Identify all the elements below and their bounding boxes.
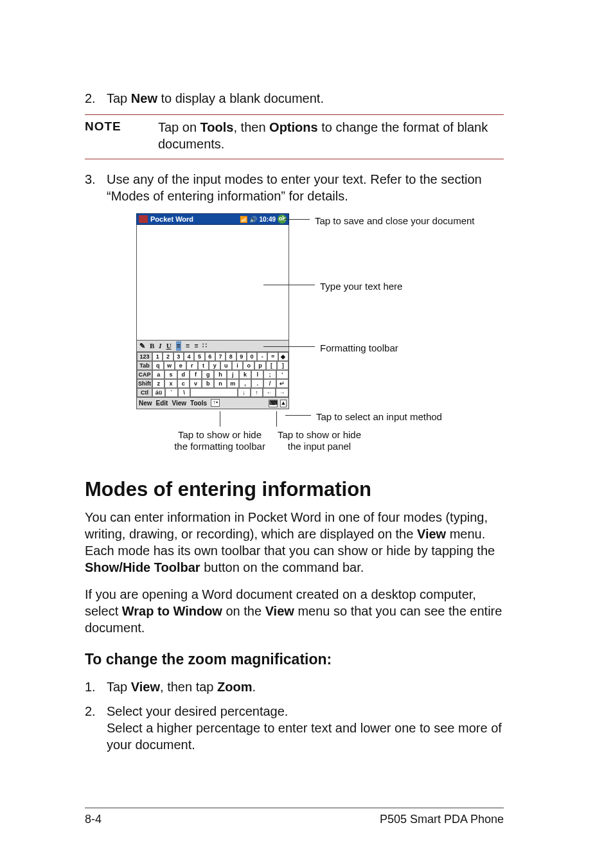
keyboard-key[interactable]: h [214,370,226,379]
soft-keyboard[interactable]: 1231234567890-=◆ Tabqwertyuiop[] CAPasdf… [136,352,289,398]
keyboard-key[interactable]: e [175,361,186,370]
zoom-step-2-body: Select your desired percentage. Select a… [107,703,504,753]
keyboard-key[interactable]: ' [276,370,289,379]
keyboard-key[interactable]: z [152,379,164,388]
keyboard-key[interactable]: i [232,361,244,370]
keyboard-key[interactable]: ] [277,361,289,370]
menu-edit[interactable]: Edit [156,399,168,407]
menu-view[interactable]: View [172,399,186,407]
callout-toggle-panel-l1: Tap to show or hide [271,429,368,441]
callout-fmt: Formatting toolbar [320,342,398,355]
keyboard-key[interactable]: ↓ [238,388,251,397]
align-left-button[interactable]: ≡ [176,341,181,350]
bold-button[interactable]: B [150,341,154,350]
keyboard-key[interactable]: 7 [215,352,226,361]
keyboard-key[interactable]: 1 [152,352,163,361]
z1-t2: , then tap [160,680,217,694]
keyboard-key[interactable]: Ctl [137,388,152,397]
keyboard-key[interactable]: Tab [137,361,152,370]
keyboard-key[interactable]: 9 [236,352,247,361]
keyboard-key[interactable]: d [177,370,190,379]
keyboard-key[interactable]: p [254,361,266,370]
toggle-toolbar-button[interactable]: ↑▪ [211,399,220,407]
note-box: NOTE Tap on Tools, then Options to chang… [85,114,504,159]
keyboard-key[interactable]: 5 [194,352,204,361]
keyboard-key[interactable]: \ [178,388,191,397]
italic-button[interactable]: I [159,341,161,350]
callout-input-method: Tap to select an input method [316,411,442,423]
p1-b2-showhide: Show/Hide Toolbar [85,560,200,574]
keyboard-key[interactable]: 6 [205,352,215,361]
heading-modes: Modes of entering information [85,477,504,502]
p2-b2-view: View [265,604,294,618]
command-bar: New Edit View Tools ↑▪ ⌨ ▲ [136,398,289,409]
keyboard-key[interactable] [190,388,237,397]
document-canvas[interactable] [136,225,289,341]
keyboard-key[interactable]: 0 [247,352,257,361]
callout-toggle-fmt-l1: Tap to show or hide [162,429,278,441]
keyboard-key[interactable]: / [263,379,276,388]
keyboard-key[interactable]: , [239,379,251,388]
keyboard-key[interactable]: a [152,370,164,379]
step-2-text: Tap New to display a blank document. [107,90,504,107]
callout-save: Tap to save and close your document [315,215,474,227]
keyboard-key[interactable]: 2 [163,352,173,361]
menu-new[interactable]: New [139,399,152,407]
start-icon [139,215,148,223]
pen-format-icon[interactable]: ✎ [139,341,145,350]
input-panel-button[interactable]: ⌨ [269,400,278,407]
keyboard-key[interactable]: g [202,370,214,379]
device-screenshot: Pocket Word 📶 🔊 10:49 ok ✎ B I U ≡ ≡ ≡ ∷ [136,213,289,409]
keyboard-key[interactable]: f [190,370,202,379]
keyboard-key[interactable]: u [220,361,232,370]
callout-type: Type your text here [320,280,402,293]
keyboard-key[interactable]: ◆ [278,352,289,361]
keyboard-key[interactable]: → [276,388,289,397]
keyboard-key[interactable]: y [209,361,220,370]
keyboard-key[interactable]: 4 [184,352,194,361]
bullets-button[interactable]: ∷ [202,341,207,350]
p2-b1-wrap: Wrap to Window [122,604,222,618]
align-center-button[interactable]: ≡ [186,341,190,350]
z1-t1: Tap [107,680,131,694]
keyboard-key[interactable]: ↑ [251,388,263,397]
keyboard-key[interactable]: ` [165,388,178,397]
menu-tools[interactable]: Tools [190,399,207,407]
keyboard-key[interactable]: ; [263,370,276,379]
note-b1-tools: Tools [200,120,234,134]
underline-button[interactable]: U [166,341,172,350]
note-t1: Tap on [158,120,200,134]
keyboard-key[interactable]: r [186,361,198,370]
keyboard-key[interactable]: 123 [137,352,152,361]
keyboard-key[interactable]: . [251,379,263,388]
keyboard-key[interactable]: = [267,352,278,361]
keyboard-key[interactable]: m [227,379,239,388]
keyboard-key[interactable]: ← [263,388,276,397]
keyboard-key[interactable]: 3 [173,352,184,361]
step-2: 2. Tap New to display a blank document. [85,90,504,107]
keyboard-key[interactable]: áü [152,388,165,397]
figure-pocket-word: Pocket Word 📶 🔊 10:49 ok ✎ B I U ≡ ≡ ≡ ∷ [136,213,483,457]
keyboard-key[interactable]: s [164,370,177,379]
align-right-button[interactable]: ≡ [194,341,198,350]
input-method-selector[interactable]: ▲ [280,400,287,407]
keyboard-key[interactable]: k [239,370,251,379]
keyboard-key[interactable]: CAP [137,370,152,379]
keyboard-key[interactable]: b [202,379,214,388]
keyboard-key[interactable]: o [243,361,254,370]
keyboard-key[interactable]: q [152,361,164,370]
keyboard-key[interactable]: 8 [226,352,236,361]
step-2-before: Tap [107,91,131,105]
keyboard-key[interactable]: - [257,352,267,361]
keyboard-key[interactable]: x [164,379,177,388]
keyboard-key[interactable]: c [177,379,190,388]
keyboard-key[interactable]: j [227,370,239,379]
keyboard-key[interactable]: ↵ [276,379,289,388]
keyboard-key[interactable]: n [214,379,226,388]
keyboard-key[interactable]: t [198,361,209,370]
keyboard-key[interactable]: v [190,379,202,388]
keyboard-key[interactable]: w [164,361,175,370]
keyboard-key[interactable]: Shift [137,379,152,388]
keyboard-key[interactable]: [ [266,361,278,370]
keyboard-key[interactable]: l [251,370,263,379]
